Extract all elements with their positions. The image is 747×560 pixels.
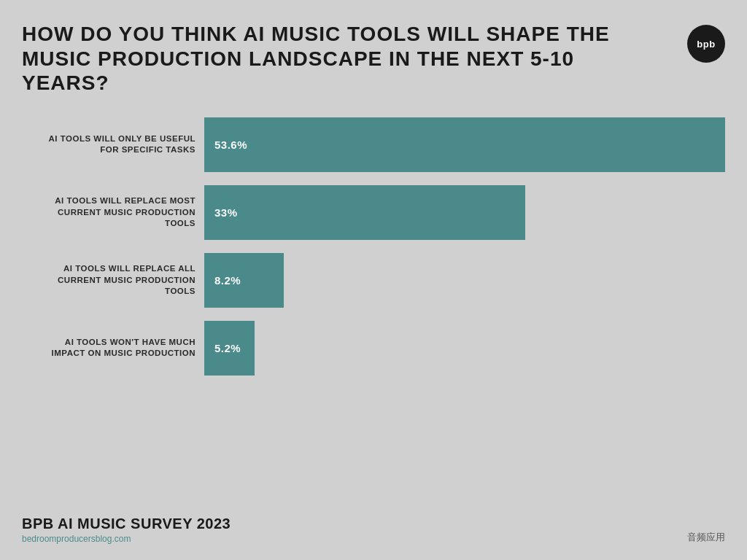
bar: 53.6% [204,117,725,172]
chart-row: AI TOOLS WILL REPLACE ALL CURRENT MUSIC … [29,253,725,308]
bar-label: AI TOOLS WILL ONLY BE USEFUL FOR SPECIFI… [29,133,204,156]
footer-left: BPB AI MUSIC SURVEY 2023 BEDROOMPRODUCER… [22,516,231,544]
chart-row: AI TOOLS WILL ONLY BE USEFUL FOR SPECIFI… [29,117,725,172]
bar-value: 33% [214,206,238,219]
bar-label: AI TOOLS WILL REPLACE MOST CURRENT MUSIC… [29,195,204,230]
chart-area: AI TOOLS WILL ONLY BE USEFUL FOR SPECIFI… [29,117,725,389]
bar: 8.2% [204,253,284,308]
page-title: HOW DO YOU THINK AI MUSIC TOOLS WILL SHA… [22,22,657,96]
bar-container: 5.2% [204,321,725,376]
chart-row: AI TOOLS WILL REPLACE MOST CURRENT MUSIC… [29,185,725,240]
survey-title: BPB AI MUSIC SURVEY 2023 [22,516,231,532]
survey-url: BEDROOMPRODUCERSBLOG.COM [22,534,231,544]
bar-value: 8.2% [214,274,241,287]
bar-value: 5.2% [214,342,241,354]
bar-container: 33% [204,185,725,240]
bar-container: 53.6% [204,117,725,172]
bar: 5.2% [204,321,255,376]
bar-label: AI TOOLS WON'T HAVE MUCH IMPACT ON MUSIC… [29,337,204,359]
bar-container: 8.2% [204,253,725,308]
footer: BPB AI MUSIC SURVEY 2023 BEDROOMPRODUCER… [22,516,725,544]
page-container: HOW DO YOU THINK AI MUSIC TOOLS WILL SHA… [0,0,747,560]
bar: 33% [204,185,525,240]
bar-value: 53.6% [214,139,247,151]
logo-text: bpb [697,39,715,50]
bpb-logo: bpb [687,25,725,63]
bar-label: AI TOOLS WILL REPLACE ALL CURRENT MUSIC … [29,263,204,298]
chart-row: AI TOOLS WON'T HAVE MUCH IMPACT ON MUSIC… [29,321,725,376]
watermark: 音频应用 [687,531,725,544]
header: HOW DO YOU THINK AI MUSIC TOOLS WILL SHA… [22,22,725,96]
